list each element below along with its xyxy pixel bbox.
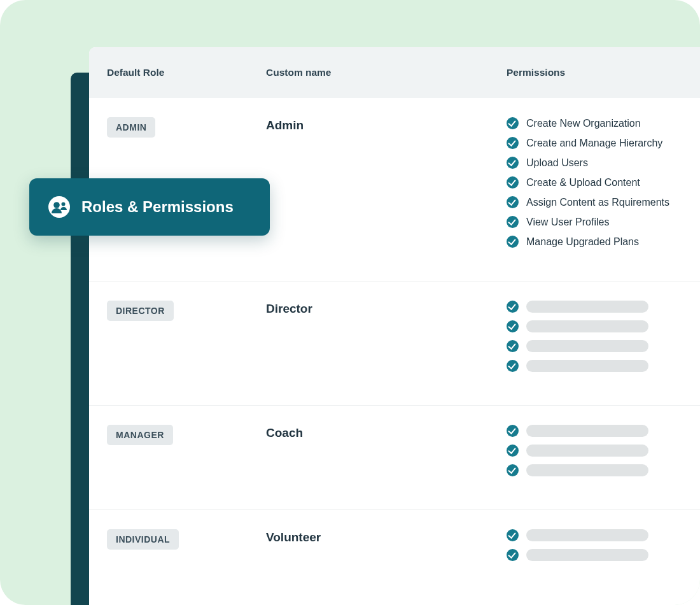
check-icon bbox=[507, 320, 519, 332]
permission-label: Create & Upload Content bbox=[526, 177, 640, 189]
role-badge: INDIVIDUAL bbox=[107, 529, 179, 550]
permission-label: Create New Organization bbox=[526, 118, 641, 129]
permission-item: Create and Manage Hierarchy bbox=[507, 137, 700, 149]
roles-panel: Default Role Custom name Permissions ADM… bbox=[89, 47, 700, 605]
role-badge: MANAGER bbox=[107, 425, 173, 445]
permissions-cell bbox=[507, 301, 700, 380]
check-icon bbox=[507, 117, 519, 129]
check-icon bbox=[507, 196, 519, 208]
permission-placeholder bbox=[526, 301, 648, 313]
custom-name: Director bbox=[266, 301, 507, 380]
check-icon bbox=[507, 301, 519, 313]
permission-label: View User Profiles bbox=[526, 217, 609, 228]
permission-item: Upload Users bbox=[507, 157, 700, 169]
permission-item bbox=[507, 301, 700, 313]
sidebar-backdrop bbox=[71, 73, 90, 605]
table-row: INDIVIDUALVolunteer bbox=[89, 510, 700, 594]
permission-item: View User Profiles bbox=[507, 216, 700, 228]
permission-item: Assign Content as Rquirements bbox=[507, 196, 700, 208]
role-cell: MANAGER bbox=[89, 425, 266, 484]
permission-item: Create New Organization bbox=[507, 117, 700, 129]
check-icon bbox=[507, 464, 519, 476]
permission-item bbox=[507, 529, 700, 541]
custom-name: Volunteer bbox=[266, 529, 507, 569]
permission-item bbox=[507, 445, 700, 457]
svg-point-0 bbox=[48, 196, 70, 218]
permission-placeholder bbox=[526, 340, 648, 352]
permission-item bbox=[507, 320, 700, 332]
permission-label: Manage Upgraded Plans bbox=[526, 236, 639, 248]
permission-item: Create & Upload Content bbox=[507, 176, 700, 189]
permissions-cell: Create New OrganizationCreate and Manage… bbox=[507, 117, 700, 255]
permission-item bbox=[507, 549, 700, 561]
check-icon bbox=[507, 236, 519, 248]
nav-item-roles-permissions[interactable]: Roles & Permissions bbox=[29, 178, 270, 236]
permissions-list bbox=[507, 301, 700, 372]
role-badge: ADMIN bbox=[107, 117, 155, 138]
svg-point-1 bbox=[53, 202, 60, 208]
header-permissions: Permissions bbox=[507, 67, 700, 78]
permission-placeholder bbox=[526, 529, 648, 541]
permissions-list bbox=[507, 425, 700, 476]
permission-item bbox=[507, 360, 700, 372]
table-row: DIRECTORDirector bbox=[89, 281, 700, 406]
custom-name: Coach bbox=[266, 425, 507, 484]
header-custom-name: Custom name bbox=[266, 67, 507, 78]
permission-placeholder bbox=[526, 549, 648, 561]
custom-name: Admin bbox=[266, 117, 507, 255]
permission-placeholder bbox=[526, 425, 648, 437]
permission-placeholder bbox=[526, 360, 648, 372]
permission-item bbox=[507, 464, 700, 476]
svg-point-2 bbox=[62, 203, 66, 206]
table-header: Default Role Custom name Permissions bbox=[89, 47, 700, 98]
check-icon bbox=[507, 176, 519, 189]
header-default-role: Default Role bbox=[89, 67, 266, 78]
check-icon bbox=[507, 425, 519, 437]
check-icon bbox=[507, 360, 519, 372]
permission-placeholder bbox=[526, 445, 648, 457]
permissions-list bbox=[507, 529, 700, 561]
check-icon bbox=[507, 340, 519, 352]
permissions-list: Create New OrganizationCreate and Manage… bbox=[507, 117, 700, 248]
role-cell: DIRECTOR bbox=[89, 301, 266, 380]
permissions-cell bbox=[507, 425, 700, 484]
permission-label: Assign Content as Rquirements bbox=[526, 197, 669, 208]
permission-item bbox=[507, 340, 700, 352]
permission-placeholder bbox=[526, 320, 648, 332]
table-row: MANAGERCoach bbox=[89, 406, 700, 510]
role-cell: INDIVIDUAL bbox=[89, 529, 266, 569]
permission-label: Create and Manage Hierarchy bbox=[526, 138, 662, 149]
roles-group-icon bbox=[48, 196, 70, 218]
check-icon bbox=[507, 137, 519, 149]
table-body: ADMINAdminCreate New OrganizationCreate … bbox=[89, 98, 700, 594]
permission-item: Manage Upgraded Plans bbox=[507, 236, 700, 248]
check-icon bbox=[507, 445, 519, 457]
permission-label: Upload Users bbox=[526, 157, 588, 169]
check-icon bbox=[507, 549, 519, 561]
permission-placeholder bbox=[526, 464, 648, 476]
check-icon bbox=[507, 216, 519, 228]
nav-item-label: Roles & Permissions bbox=[81, 198, 234, 216]
role-badge: DIRECTOR bbox=[107, 301, 174, 321]
check-icon bbox=[507, 529, 519, 541]
app-stage: Default Role Custom name Permissions ADM… bbox=[0, 0, 700, 605]
permissions-cell bbox=[507, 529, 700, 569]
permission-item bbox=[507, 425, 700, 437]
check-icon bbox=[507, 157, 519, 169]
